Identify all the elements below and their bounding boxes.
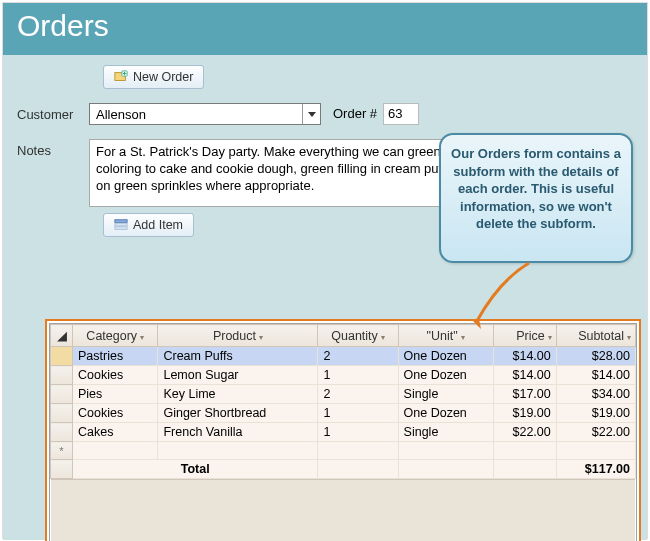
cell-product[interactable]: Cream Puffs [158,347,318,366]
grid-empty-area [51,479,635,541]
cell-unit[interactable]: One Dozen [398,347,493,366]
table-row[interactable]: Cookies Ginger Shortbread 1 One Dozen $1… [51,404,636,423]
form-header: Orders [3,3,647,55]
svg-rect-3 [115,223,127,226]
chevron-down-icon[interactable] [302,104,320,124]
new-row-marker[interactable]: * [51,442,73,460]
customer-combo[interactable]: Allenson [89,103,321,125]
new-row[interactable]: * [51,442,636,460]
table-row[interactable]: Cookies Lemon Sugar 1 One Dozen $14.00 $… [51,366,636,385]
grand-total: $117.00 [556,460,635,479]
row-selector[interactable] [51,366,73,385]
cell-category[interactable]: Pastries [73,347,158,366]
add-item-icon [114,218,128,232]
order-number-field[interactable]: 63 [383,103,419,125]
new-order-label: New Order [133,70,193,84]
new-order-button[interactable]: New Order [103,65,204,89]
col-category[interactable]: Category▾ [73,325,158,347]
svg-rect-4 [115,227,127,230]
col-quantity[interactable]: Quantity▾ [318,325,398,347]
cell-price[interactable]: $14.00 [493,347,556,366]
col-price[interactable]: Price▾ [493,325,556,347]
row-selector-header[interactable]: ◢ [51,325,73,347]
order-items-subform[interactable]: ◢ Category▾ Product▾ Quantity▾ "Unit"▾ P… [49,323,637,541]
table-row[interactable]: Cakes French Vanilla 1 Single $22.00 $22… [51,423,636,442]
cell-subtotal[interactable]: $28.00 [556,347,635,366]
total-row: Total $117.00 [51,460,636,479]
row-selector[interactable] [51,423,73,442]
total-label: Total [73,460,318,479]
customer-value: Allenson [96,107,302,122]
table-row[interactable]: Pastries Cream Puffs 2 One Dozen $14.00 … [51,347,636,366]
col-product[interactable]: Product▾ [158,325,318,347]
col-subtotal[interactable]: Subtotal▾ [556,325,635,347]
subform-highlight: ◢ Category▾ Product▾ Quantity▾ "Unit"▾ P… [45,319,641,541]
col-unit[interactable]: "Unit"▾ [398,325,493,347]
order-number-label: Order # [333,103,377,121]
new-order-icon [114,70,128,84]
add-item-label: Add Item [133,218,183,232]
notes-label: Notes [3,139,89,158]
table-row[interactable]: Pies Key Lime 2 Single $17.00 $34.00 [51,385,636,404]
row-selector[interactable] [51,385,73,404]
order-items-grid[interactable]: ◢ Category▾ Product▾ Quantity▾ "Unit"▾ P… [50,324,636,479]
svg-rect-2 [115,220,127,223]
page-title: Orders [17,9,633,43]
add-item-button[interactable]: Add Item [103,213,194,237]
customer-label: Customer [3,103,89,122]
cell-quantity[interactable]: 2 [318,347,398,366]
row-selector[interactable] [51,347,73,366]
callout-bubble: Our Orders form contains a subform with … [439,133,633,263]
row-selector[interactable] [51,404,73,423]
